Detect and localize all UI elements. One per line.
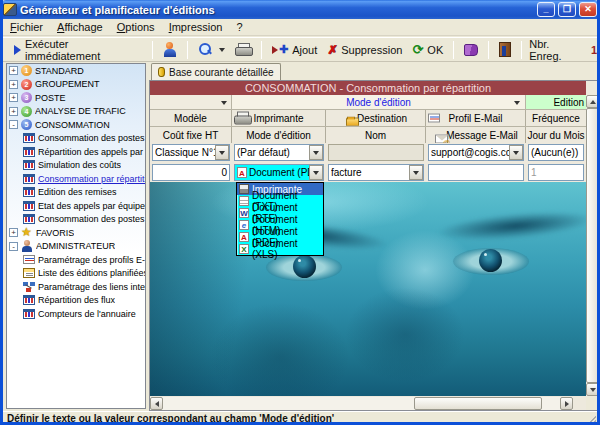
ok-button[interactable]: ⟳ OK — [407, 39, 448, 60]
collapse-minus-icon[interactable]: - — [9, 120, 18, 129]
print-preview-button[interactable] — [193, 39, 230, 60]
resize-grip[interactable] — [588, 416, 596, 424]
nom-combo[interactable]: facture — [328, 164, 424, 181]
report-table-icon — [23, 201, 35, 211]
category-5-icon: 5 — [21, 119, 32, 130]
maximize-button[interactable]: ❐ — [558, 2, 576, 17]
menu-impression[interactable]: Impression — [162, 20, 230, 34]
column-header-frequence: Fréquence — [526, 110, 586, 126]
collapse-minus-icon[interactable]: - — [9, 242, 18, 251]
tree-item-consommation[interactable]: -5CONSOMMATION — [7, 118, 145, 132]
column-header-cout-fixe: Coût fixe HT — [150, 127, 232, 143]
report-table-icon — [23, 295, 35, 305]
scroll-left-button[interactable] — [150, 397, 163, 410]
tab-base-courante-detaillee[interactable]: Base courante détaillée — [151, 63, 281, 80]
mode-edition-selector[interactable]: Mode d'édition — [232, 95, 526, 109]
expand-plus-icon[interactable]: + — [9, 228, 18, 237]
cout-fixe-field[interactable]: 0 — [152, 164, 230, 181]
jour-du-mois-field[interactable]: 1 — [528, 164, 584, 181]
execute-button[interactable]: Exécuter immédiatement — [9, 35, 147, 65]
toolbar-separator — [521, 41, 522, 59]
planned-editions-icon — [23, 268, 35, 278]
filter-combo[interactable] — [150, 95, 232, 109]
message-email-field[interactable] — [428, 164, 524, 181]
mail-icon — [435, 134, 448, 143]
tree-item-simulation-des-couts[interactable]: Simulation des coûts — [7, 159, 145, 173]
menu-affichage[interactable]: Affichage — [50, 20, 110, 34]
horizontal-scrollbar[interactable] — [150, 397, 573, 410]
tree-item-parametrage-profils-email[interactable]: Paramétrage des profils E-Mail — [7, 253, 145, 267]
edition-cell[interactable]: Edition — [526, 95, 586, 109]
vertical-scrollbar[interactable] — [586, 95, 599, 396]
tree-item-repartition-des-flux[interactable]: Répartition des flux — [7, 294, 145, 308]
tree-item-consommation-par-repartition[interactable]: Consommation par répartition — [7, 172, 145, 186]
column-header-modele: Modèle — [150, 110, 232, 126]
menu-help[interactable]: ? — [229, 20, 249, 34]
expand-plus-icon[interactable]: + — [9, 107, 18, 116]
toolbar: Exécuter immédiatement ✚ Ajout ✗ Suppres… — [3, 37, 597, 62]
category-4-icon: 4 — [21, 106, 32, 117]
tree-item-liste-editions-planifiees[interactable]: Liste des éditions planifiées — [7, 267, 145, 281]
report-table-icon — [23, 174, 35, 184]
profil-email-combo[interactable]: support@cogis.com — [428, 144, 524, 161]
close-button[interactable]: ✕ — [579, 2, 597, 17]
combo-button[interactable] — [215, 145, 229, 160]
printer-icon — [234, 112, 250, 125]
column-header-message-email: Message E-Mail — [426, 127, 526, 143]
tree-item-repartition-appels-zone[interactable]: Répartition des appels par zon... — [7, 145, 145, 159]
mode-edition-combo[interactable]: ADocument (PDF) — [234, 164, 324, 181]
combo-button[interactable] — [309, 145, 323, 160]
status-bar: Définir le texte ou la valeur correspond… — [3, 411, 597, 425]
imprimante-combo[interactable]: (Par défaut) — [234, 144, 324, 161]
minimize-button[interactable]: _ — [537, 2, 555, 17]
menu-options[interactable]: Options — [110, 20, 162, 34]
arrow-left-icon — [155, 401, 159, 407]
tree-item-analyse-de-trafic[interactable]: +4ANALYSE DE TRAFIC — [7, 105, 145, 119]
delete-label: Suppression — [341, 44, 402, 56]
chevron-down-icon — [513, 151, 519, 155]
tree-item-administrateur[interactable]: -ADMINISTRATEUR — [7, 240, 145, 254]
database-icon — [158, 67, 165, 77]
tree-item-favoris[interactable]: +★FAVORIS — [7, 226, 145, 240]
scroll-up-button[interactable] — [586, 95, 599, 108]
frequence-field[interactable]: (Aucun(e)) — [528, 144, 584, 161]
scroll-right-button[interactable] — [560, 397, 573, 410]
right-iris — [479, 249, 502, 272]
expand-plus-icon[interactable]: + — [9, 66, 18, 75]
exit-button[interactable] — [494, 39, 516, 60]
star-icon: ★ — [21, 227, 33, 238]
menu-fichier[interactable]: Fichier — [3, 20, 50, 34]
modele-combo[interactable]: Classique N°1 — [152, 144, 230, 161]
tree-item-poste[interactable]: +3POSTE — [7, 91, 145, 105]
expand-plus-icon[interactable]: + — [9, 80, 18, 89]
delete-button[interactable]: ✗ Suppression — [322, 40, 407, 60]
data-row-2: 0 ADocument (PDF) facture 1 — [150, 163, 586, 182]
combo-button[interactable] — [309, 165, 323, 180]
tree-item-consommation-des-postes[interactable]: Consommation des postes — [7, 132, 145, 146]
expand-plus-icon[interactable]: + — [9, 93, 18, 102]
scroll-down-button[interactable] — [586, 383, 599, 396]
tree-item-groupement[interactable]: +2GROUPEMENT — [7, 78, 145, 92]
vertical-scroll-thumb[interactable] — [586, 108, 599, 383]
tree-item-edition-des-remises[interactable]: Edition des remises — [7, 186, 145, 200]
tree-item-standard[interactable]: +1STANDARD — [7, 64, 145, 78]
folder-icon — [346, 117, 359, 126]
column-header-jour-du-mois: Jour du Mois — [526, 127, 586, 143]
tree-item-compteurs-annuaire[interactable]: Compteurs de l'annuaire — [7, 307, 145, 321]
print-button[interactable] — [230, 40, 256, 59]
refresh-icon: ⟳ — [412, 42, 423, 57]
user-button[interactable] — [158, 39, 182, 60]
toolbar-separator — [488, 41, 489, 59]
tree-item-parametrage-liens-inter-sites[interactable]: Paramétrage des liens inter-sites — [7, 280, 145, 294]
help-book-button[interactable] — [459, 41, 483, 59]
title-bar: Générateur et planificateur d'éditions _… — [0, 0, 600, 19]
tree-item-consommation-postes-par[interactable]: Consommation des postes par... — [7, 213, 145, 227]
combo-button[interactable] — [509, 145, 523, 160]
menu-bar: Fichier Affichage Options Impression ? — [3, 19, 597, 36]
horizontal-scroll-thumb[interactable] — [414, 397, 542, 410]
combo-button[interactable] — [409, 165, 423, 180]
add-button[interactable]: ✚ Ajout — [267, 40, 322, 59]
administrator-icon — [21, 240, 33, 252]
dropdown-option-document-xls[interactable]: XDocument (XLS) — [237, 243, 323, 255]
tree-item-etat-appels-equipement[interactable]: Etat des appels par équipement — [7, 199, 145, 213]
